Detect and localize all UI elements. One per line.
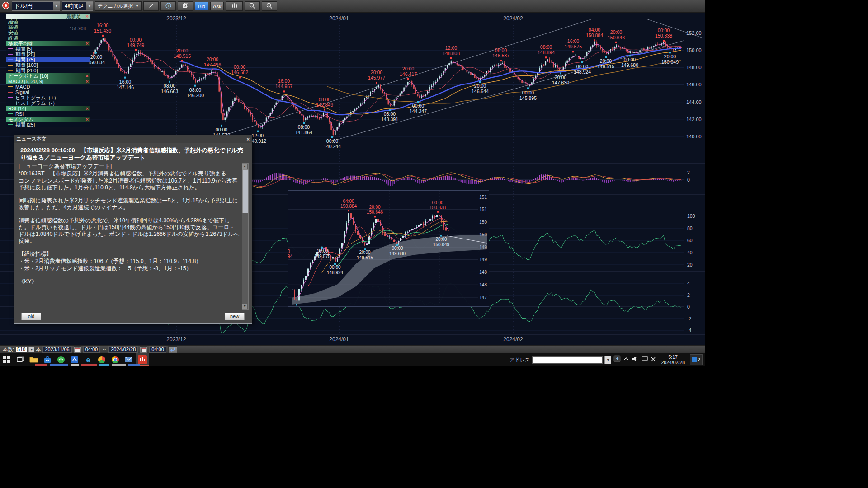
legend-header[interactable]: MACD [5, 20, 9]× [6,79,90,84]
legend-header[interactable]: モメンタム× [6,117,90,122]
from-time-field[interactable]: 04:00 [83,346,100,353]
legend-item[interactable]: ヒストグラム（-） [6,100,90,106]
bottom-annotation: 08:00146.200 [187,85,204,98]
legend-item[interactable]: 始値 [6,19,90,24]
legend-label: RSI [14] [8,106,26,111]
inset-chart-window[interactable]: 15115115015014914914814814704:00150.8842… [288,190,489,307]
chevron-down-icon[interactable]: ▼ [86,2,93,10]
line-color-swatch [8,97,13,98]
svg-text:149.515: 149.515 [357,255,373,260]
svg-text:e: e [86,356,90,364]
legend-item[interactable]: ヒストグラム（+） [6,95,90,100]
close-icon[interactable]: × [86,106,89,111]
chart-type-button[interactable] [226,1,243,11]
chevron-down-icon[interactable]: ▼ [604,356,611,364]
start-icon[interactable] [0,353,14,366]
timeframe-select[interactable]: 4時間足 ▼ [62,1,93,11]
bar-count-input[interactable]: 510 [16,347,27,352]
svg-text:150.049: 150.049 [433,242,450,247]
scroll-up-icon[interactable]: ▲ [242,164,247,169]
display-icon[interactable] [641,356,648,364]
bottom-annotation: 16:00147.146 [117,77,134,90]
legend-header[interactable]: 最新足× [6,14,90,19]
momentum-axis-label: 2 [687,292,690,298]
zoom-out-button[interactable] [245,1,260,11]
legend-item[interactable]: MACD [6,84,90,89]
legend-header[interactable]: RSI [14]× [6,106,90,111]
legend-label: 期間 [100] [15,62,38,68]
zoom-in-button[interactable] [262,1,277,11]
close-icon[interactable]: × [247,136,250,142]
peak-annotation: 20:00150.646 [367,205,383,217]
pair-select[interactable]: ドル/円 ▼ [12,1,60,11]
bid-label: Bid [198,4,205,9]
draw-pencil-button[interactable] [143,1,159,11]
price-axis-label: 142.00 [686,117,702,122]
price-axis-label: 144.00 [686,99,702,105]
legend-header[interactable]: ピークボトム [10]× [6,73,90,79]
peak-annotation: 20:00148.515 [174,48,191,62]
svg-text:20:00: 20:00 [371,70,382,75]
technical-select-button[interactable]: テクニカル選択 ▼ [95,1,142,11]
to-date-field[interactable]: 2024/02/28 [108,346,138,353]
news-title-bar[interactable]: ニュース本文 × [14,135,252,143]
compare-button[interactable] [178,1,193,11]
legend-item[interactable]: RSI [6,111,90,117]
inset-axis-label: 150 [479,220,487,225]
legend-item[interactable]: 期間 [200] [6,68,90,73]
chevron-up-icon[interactable] [623,356,629,364]
inset-axis-label: 151 [479,195,487,200]
date-axis-label: 2023/12 [166,15,186,22]
legend-item[interactable]: 期間 [25] [6,122,90,127]
taskview-icon[interactable] [14,353,27,366]
bid-button[interactable]: Bid [195,2,208,10]
legend-item[interactable]: 期間 [25] [6,52,90,57]
close-icon[interactable]: × [86,73,89,79]
speaker-icon[interactable] [632,356,639,364]
apply-range-button[interactable] [168,346,177,353]
bar-count-label: 本数: [3,346,14,353]
svg-text:148.515: 148.515 [174,53,191,59]
notification-badge[interactable]: 2 [690,354,703,365]
news-scrollbar[interactable]: ▲ ▼ [242,163,249,310]
svg-text:16:00: 16:00 [567,38,579,44]
scroll-down-icon[interactable]: ▼ [242,304,247,309]
ask-button[interactable]: Ask [210,2,224,10]
svg-text:20:00: 20:00 [369,205,380,210]
close-icon[interactable]: × [86,117,89,122]
to-time-field[interactable]: 04:00 [149,346,166,353]
svg-text:00:00: 00:00 [392,246,403,251]
calendar-icon[interactable] [74,346,81,353]
close-tray-icon[interactable] [651,356,656,364]
line-color-swatch [8,124,13,125]
svg-text:00:00: 00:00 [412,103,424,108]
legend-item[interactable]: Signal [6,89,90,95]
bottom-annotation: 00:00149.680 [621,55,638,68]
from-date-field[interactable]: 2023/11/06 [42,346,71,353]
bottom-annotation: 20:00150.034 [88,52,105,65]
pencil-icon [148,3,154,9]
scrollbar-thumb[interactable] [242,169,248,213]
go-button[interactable] [613,355,621,364]
svg-text:147.496: 147.496 [204,62,221,67]
close-icon[interactable]: × [86,79,89,84]
address-input[interactable] [532,356,603,364]
legend-header[interactable]: 移動平均線× [6,41,90,46]
pair-select-value: ドル/円 [14,2,33,10]
legend-item[interactable]: 期間 [75] [6,57,90,62]
svg-text:20:00: 20:00 [90,54,102,60]
taskbar-clock[interactable]: 5:17 2024/02/28 [658,354,688,365]
close-icon[interactable]: × [86,41,89,46]
legend-item[interactable]: 期間 [100] [6,62,90,68]
latest-bar-preview-price: 151.908 [70,26,86,31]
new-button[interactable]: new [225,313,245,320]
info-button[interactable]: i [160,1,176,11]
close-icon[interactable]: × [86,14,89,19]
calendar-icon[interactable] [140,346,147,353]
chevron-down-icon[interactable]: ▼ [28,347,34,352]
chevron-down-icon[interactable]: ▼ [53,2,60,10]
zoom-out-icon [249,3,255,10]
old-button[interactable]: old [21,313,41,320]
legend-item[interactable]: 終値 [6,35,90,41]
legend-item[interactable]: 期間 [5] [6,46,90,52]
